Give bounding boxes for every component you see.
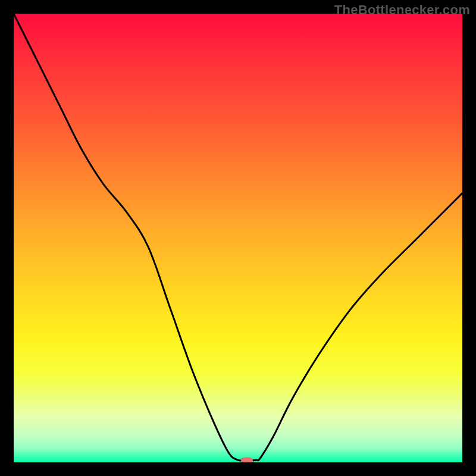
plot-area: [14, 14, 462, 462]
curve-path: [14, 14, 462, 461]
bottleneck-curve: [14, 14, 462, 462]
watermark-text: TheBottlenecker.com: [334, 2, 470, 18]
chart-stage: TheBottlenecker.com: [0, 0, 476, 476]
optimum-marker: [241, 458, 253, 462]
